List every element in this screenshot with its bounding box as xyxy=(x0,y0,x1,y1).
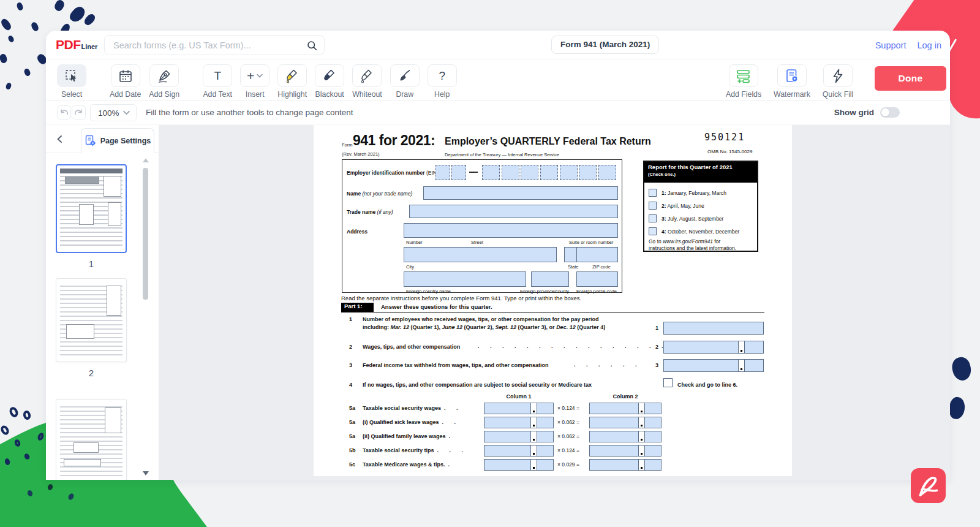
pages-sidebar: Page Settings 1 2 3 xyxy=(46,125,159,480)
login-link[interactable]: Log in xyxy=(917,40,941,50)
ein-dash xyxy=(469,172,478,173)
line2-right-number: 2 xyxy=(655,344,658,350)
line3-amount-field[interactable] xyxy=(663,359,764,372)
ein-digit-box[interactable] xyxy=(579,165,597,180)
row5aii-label: (ii) Qualified family leave wages . xyxy=(363,433,453,439)
row5c-col1-field[interactable] xyxy=(484,459,554,471)
row5b-number: 5b xyxy=(349,447,356,453)
add-sign-button[interactable]: Add Sign xyxy=(149,64,179,99)
row5b-col1-field[interactable] xyxy=(484,445,554,457)
row5a-col1-field[interactable] xyxy=(484,403,554,414)
form-revision: (Rev. March 2021) xyxy=(342,151,380,157)
row5ai-col1-field[interactable] xyxy=(484,417,554,428)
quarter-4-checkbox[interactable] xyxy=(649,227,657,235)
trade-name-field[interactable] xyxy=(409,205,618,218)
undo-button[interactable] xyxy=(57,105,71,119)
zoom-level-select[interactable]: 100% xyxy=(90,104,137,121)
scroll-up-arrow[interactable] xyxy=(143,158,149,162)
help-button[interactable]: ? Help xyxy=(428,64,457,99)
add-fields-button[interactable]: Add Fields xyxy=(726,64,761,99)
add-date-button[interactable]: Add Date xyxy=(110,64,141,99)
quarter-1-checkbox[interactable] xyxy=(649,189,657,197)
address-number-sublabel: Number xyxy=(406,240,423,245)
page-thumbnail-1[interactable] xyxy=(56,164,127,253)
line1-text-a: Number of employees who received wages, … xyxy=(363,316,599,322)
foreign-postal-field[interactable] xyxy=(576,271,618,287)
text-icon: T xyxy=(203,64,232,87)
form-941-page: Form 941 for 2021: Employer’s QUARTERLY … xyxy=(314,125,792,476)
row5ai-col2-field[interactable] xyxy=(589,417,662,428)
row5aii-col1-field[interactable] xyxy=(484,431,554,442)
logo-liner-text: Liner xyxy=(81,43,98,50)
quarter-3-checkbox[interactable] xyxy=(649,214,657,222)
ein-digit-box[interactable] xyxy=(451,165,466,180)
row5b-col2-field[interactable] xyxy=(589,445,662,457)
state-sublabel: State xyxy=(568,264,579,270)
select-tool-button[interactable]: Select xyxy=(57,64,86,99)
ein-digit-box[interactable] xyxy=(502,165,519,180)
chevron-left-icon xyxy=(56,135,63,143)
show-grid-toggle[interactable] xyxy=(880,107,900,118)
redo-button[interactable] xyxy=(72,105,86,119)
city-sublabel: City xyxy=(406,264,414,270)
chevron-down-icon xyxy=(123,110,130,115)
highlight-button[interactable]: Highlight xyxy=(277,64,307,99)
quarter-3-label: 3: July, August, September xyxy=(662,216,723,222)
foreign-postal-sublabel: Foreign postal code xyxy=(576,289,617,294)
whiteout-brush-icon xyxy=(352,64,382,87)
draw-button[interactable]: Draw xyxy=(390,64,420,99)
pdf-logo-badge xyxy=(911,468,946,503)
whiteout-button[interactable]: Whiteout xyxy=(352,64,382,99)
scrollbar-thumb[interactable] xyxy=(143,168,148,300)
ein-digit-box[interactable] xyxy=(598,165,616,180)
calendar-icon xyxy=(111,64,140,87)
foreign-province-field[interactable] xyxy=(531,271,569,287)
form-word: Form xyxy=(342,142,353,148)
page-thumbnail-2[interactable] xyxy=(56,278,127,362)
search-icon[interactable] xyxy=(307,40,317,53)
watermark-button[interactable]: Watermark xyxy=(774,64,810,99)
page-thumbnail-3[interactable] xyxy=(56,399,127,480)
city-field[interactable] xyxy=(404,247,557,262)
line1-field[interactable] xyxy=(663,322,764,335)
page-settings-tab[interactable]: Page Settings xyxy=(81,128,154,153)
line4-checkbox[interactable] xyxy=(663,378,673,387)
blackout-button[interactable]: Blackout xyxy=(315,64,344,99)
support-link[interactable]: Support xyxy=(875,40,907,50)
done-button[interactable]: Done xyxy=(875,66,946,91)
ein-digit-box[interactable] xyxy=(482,165,500,180)
part1-title: Answer these questions for this quarter. xyxy=(381,303,492,310)
row5a-col2-field[interactable] xyxy=(589,403,662,414)
sidebar-scrollbar[interactable] xyxy=(143,154,148,478)
ein-digit-box[interactable] xyxy=(540,165,558,180)
search-bar xyxy=(104,35,325,55)
address-street-field[interactable] xyxy=(404,223,618,238)
line2-dot-leader: . . . . . . . . . . . . . . . . . xyxy=(478,343,679,349)
paintbrush-icon xyxy=(390,64,420,87)
row5c-col2-field[interactable] xyxy=(589,459,662,471)
document-canvas[interactable]: Form 941 for 2021: Employer’s QUARTERLY … xyxy=(159,125,950,480)
foreign-country-field[interactable] xyxy=(404,271,526,287)
name-field[interactable] xyxy=(423,186,618,200)
collapse-sidebar-button[interactable] xyxy=(52,132,67,146)
add-text-button[interactable]: T Add Text xyxy=(203,64,232,99)
insert-button[interactable]: + Insert xyxy=(240,64,270,99)
line1-right-number: 1 xyxy=(655,325,658,331)
row5aii-col2-field[interactable] xyxy=(589,431,662,442)
lightning-icon xyxy=(823,64,853,87)
line2-amount-field[interactable] xyxy=(663,341,764,354)
zip-field[interactable] xyxy=(576,247,618,262)
line2-number: 2 xyxy=(349,344,352,350)
ein-digit-box[interactable] xyxy=(560,165,578,180)
scroll-down-arrow[interactable] xyxy=(143,471,149,476)
ein-digit-box[interactable] xyxy=(435,165,450,180)
pdfliner-logo[interactable]: PDF Liner xyxy=(56,37,97,52)
line4-check-label: Check and go to line 6. xyxy=(677,382,737,388)
quick-fill-button[interactable]: Quick Fill xyxy=(823,64,854,99)
line3-number: 3 xyxy=(349,362,352,368)
search-input[interactable] xyxy=(105,36,298,55)
page-settings-label: Page Settings xyxy=(100,137,151,145)
ein-digit-box[interactable] xyxy=(521,165,538,180)
address-label: Address xyxy=(347,229,368,235)
quarter-2-checkbox[interactable] xyxy=(649,202,657,210)
